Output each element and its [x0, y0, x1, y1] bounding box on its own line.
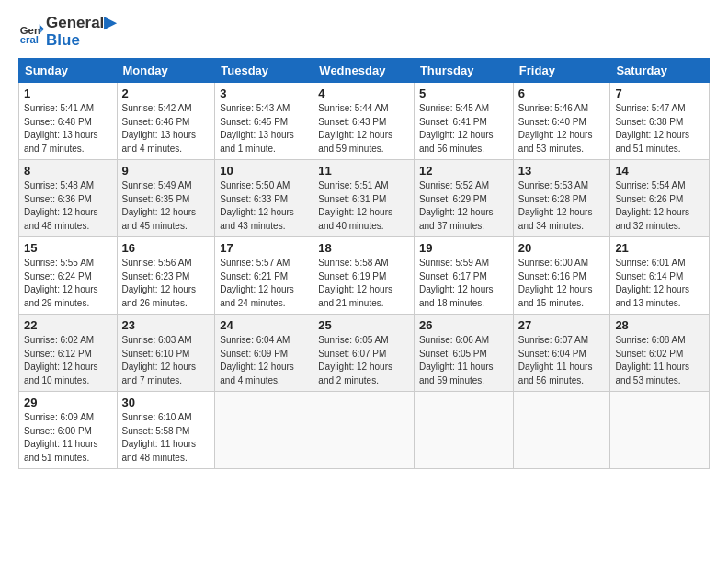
day-number: 12	[419, 164, 508, 178]
day-detail: Sunrise: 6:02 AM Sunset: 6:12 PM Dayligh…	[24, 334, 112, 387]
calendar-day-cell: 13Sunrise: 5:53 AM Sunset: 6:28 PM Dayli…	[513, 160, 610, 237]
day-number: 25	[318, 318, 409, 332]
calendar-day-cell: 21Sunrise: 6:01 AM Sunset: 6:14 PM Dayli…	[610, 237, 710, 315]
day-detail: Sunrise: 5:43 AM Sunset: 6:45 PM Dayligh…	[220, 102, 308, 155]
day-number: 9	[122, 164, 210, 178]
day-detail: Sunrise: 5:52 AM Sunset: 6:29 PM Dayligh…	[419, 179, 508, 233]
day-detail: Sunrise: 5:41 AM Sunset: 6:48 PM Dayligh…	[24, 102, 112, 155]
calendar-day-cell: 26Sunrise: 6:06 AM Sunset: 6:05 PM Dayli…	[414, 315, 513, 392]
day-detail: Sunrise: 5:59 AM Sunset: 6:17 PM Dayligh…	[419, 257, 508, 310]
day-detail: Sunrise: 5:51 AM Sunset: 6:31 PM Dayligh…	[318, 179, 409, 233]
day-number: 19	[419, 241, 508, 255]
day-detail: Sunrise: 5:58 AM Sunset: 6:19 PM Dayligh…	[318, 257, 409, 310]
day-number: 2	[122, 86, 210, 100]
calendar-day-cell: 27Sunrise: 6:07 AM Sunset: 6:04 PM Dayli…	[513, 315, 610, 392]
calendar-day-cell: 9Sunrise: 5:49 AM Sunset: 6:35 PM Daylig…	[117, 160, 215, 237]
calendar-week-row: 22Sunrise: 6:02 AM Sunset: 6:12 PM Dayli…	[19, 315, 710, 392]
calendar-week-row: 1Sunrise: 5:41 AM Sunset: 6:48 PM Daylig…	[19, 83, 710, 160]
calendar-day-cell: 6Sunrise: 5:46 AM Sunset: 6:40 PM Daylig…	[513, 83, 610, 160]
day-number: 15	[24, 241, 112, 255]
calendar-week-row: 29Sunrise: 6:09 AM Sunset: 6:00 PM Dayli…	[19, 392, 710, 469]
day-number: 13	[518, 164, 606, 178]
day-number: 26	[419, 318, 508, 332]
calendar-day-cell: 16Sunrise: 5:56 AM Sunset: 6:23 PM Dayli…	[117, 237, 215, 315]
day-number: 30	[122, 396, 210, 409]
weekday-header-tuesday: Tuesday	[215, 59, 313, 83]
calendar-day-cell: 10Sunrise: 5:50 AM Sunset: 6:33 PM Dayli…	[215, 160, 313, 237]
calendar-day-cell: 25Sunrise: 6:05 AM Sunset: 6:07 PM Dayli…	[313, 315, 415, 392]
weekday-header-wednesday: Wednesday	[313, 59, 415, 83]
weekday-header-monday: Monday	[117, 59, 215, 83]
day-detail: Sunrise: 6:10 AM Sunset: 5:58 PM Dayligh…	[122, 411, 210, 465]
day-detail: Sunrise: 6:03 AM Sunset: 6:10 PM Dayligh…	[122, 334, 210, 387]
day-number: 11	[318, 164, 409, 178]
weekday-header-sunday: Sunday	[19, 59, 118, 83]
day-number: 27	[518, 318, 606, 332]
day-number: 4	[318, 86, 409, 100]
calendar-page: Gen eral General▶ Blue SundayMondayTuesd…	[0, 0, 728, 563]
logo-icon: Gen eral	[18, 19, 44, 45]
calendar-day-cell: 28Sunrise: 6:08 AM Sunset: 6:02 PM Dayli…	[610, 315, 710, 392]
day-detail: Sunrise: 6:09 AM Sunset: 6:00 PM Dayligh…	[24, 411, 112, 465]
empty-cell	[513, 392, 610, 469]
empty-cell	[215, 392, 313, 469]
weekday-header-saturday: Saturday	[610, 59, 710, 83]
day-detail: Sunrise: 6:00 AM Sunset: 6:16 PM Dayligh…	[518, 257, 606, 310]
calendar-day-cell: 3Sunrise: 5:43 AM Sunset: 6:45 PM Daylig…	[215, 83, 313, 160]
calendar-table: SundayMondayTuesdayWednesdayThursdayFrid…	[18, 58, 710, 469]
calendar-day-cell: 17Sunrise: 5:57 AM Sunset: 6:21 PM Dayli…	[215, 237, 313, 315]
calendar-day-cell: 7Sunrise: 5:47 AM Sunset: 6:38 PM Daylig…	[610, 83, 710, 160]
day-number: 10	[220, 164, 308, 178]
logo-text-line1: General▶	[46, 15, 116, 32]
day-number: 17	[220, 241, 308, 255]
day-detail: Sunrise: 5:55 AM Sunset: 6:24 PM Dayligh…	[24, 257, 112, 310]
day-detail: Sunrise: 6:08 AM Sunset: 6:02 PM Dayligh…	[615, 334, 704, 387]
day-detail: Sunrise: 5:46 AM Sunset: 6:40 PM Dayligh…	[518, 102, 606, 155]
weekday-header-friday: Friday	[513, 59, 610, 83]
day-number: 18	[318, 241, 409, 255]
day-detail: Sunrise: 5:45 AM Sunset: 6:41 PM Dayligh…	[419, 102, 508, 155]
day-detail: Sunrise: 5:47 AM Sunset: 6:38 PM Dayligh…	[615, 102, 704, 155]
day-detail: Sunrise: 6:04 AM Sunset: 6:09 PM Dayligh…	[220, 334, 308, 387]
day-number: 7	[615, 86, 704, 100]
day-number: 21	[615, 241, 704, 255]
empty-cell	[313, 392, 415, 469]
day-number: 29	[24, 396, 112, 409]
calendar-body: 1Sunrise: 5:41 AM Sunset: 6:48 PM Daylig…	[19, 83, 710, 469]
day-detail: Sunrise: 5:53 AM Sunset: 6:28 PM Dayligh…	[518, 179, 606, 233]
calendar-day-cell: 19Sunrise: 5:59 AM Sunset: 6:17 PM Dayli…	[414, 237, 513, 315]
calendar-day-cell: 18Sunrise: 5:58 AM Sunset: 6:19 PM Dayli…	[313, 237, 415, 315]
empty-cell	[414, 392, 513, 469]
weekday-header-row: SundayMondayTuesdayWednesdayThursdayFrid…	[19, 59, 710, 83]
day-detail: Sunrise: 5:57 AM Sunset: 6:21 PM Dayligh…	[220, 257, 308, 310]
day-detail: Sunrise: 5:42 AM Sunset: 6:46 PM Dayligh…	[122, 102, 210, 155]
calendar-day-cell: 20Sunrise: 6:00 AM Sunset: 6:16 PM Dayli…	[513, 237, 610, 315]
day-detail: Sunrise: 6:06 AM Sunset: 6:05 PM Dayligh…	[419, 334, 508, 387]
calendar-day-cell: 24Sunrise: 6:04 AM Sunset: 6:09 PM Dayli…	[215, 315, 313, 392]
day-number: 22	[24, 318, 112, 332]
day-number: 20	[518, 241, 606, 255]
day-detail: Sunrise: 6:05 AM Sunset: 6:07 PM Dayligh…	[318, 334, 409, 387]
day-detail: Sunrise: 5:48 AM Sunset: 6:36 PM Dayligh…	[24, 179, 112, 233]
calendar-day-cell: 1Sunrise: 5:41 AM Sunset: 6:48 PM Daylig…	[19, 83, 118, 160]
header: Gen eral General▶ Blue	[18, 15, 710, 49]
day-number: 1	[24, 86, 112, 100]
calendar-day-cell: 22Sunrise: 6:02 AM Sunset: 6:12 PM Dayli…	[19, 315, 118, 392]
svg-text:eral: eral	[20, 34, 39, 45]
calendar-week-row: 8Sunrise: 5:48 AM Sunset: 6:36 PM Daylig…	[19, 160, 710, 237]
day-detail: Sunrise: 5:54 AM Sunset: 6:26 PM Dayligh…	[615, 179, 704, 233]
weekday-header-thursday: Thursday	[414, 59, 513, 83]
calendar-day-cell: 8Sunrise: 5:48 AM Sunset: 6:36 PM Daylig…	[19, 160, 118, 237]
day-detail: Sunrise: 5:49 AM Sunset: 6:35 PM Dayligh…	[122, 179, 210, 233]
day-detail: Sunrise: 6:01 AM Sunset: 6:14 PM Dayligh…	[615, 257, 704, 310]
calendar-day-cell: 2Sunrise: 5:42 AM Sunset: 6:46 PM Daylig…	[117, 83, 215, 160]
day-detail: Sunrise: 6:07 AM Sunset: 6:04 PM Dayligh…	[518, 334, 606, 387]
calendar-day-cell: 15Sunrise: 5:55 AM Sunset: 6:24 PM Dayli…	[19, 237, 118, 315]
logo-text-line2: Blue	[46, 32, 116, 50]
day-number: 23	[122, 318, 210, 332]
day-detail: Sunrise: 5:44 AM Sunset: 6:43 PM Dayligh…	[318, 102, 409, 155]
day-detail: Sunrise: 5:56 AM Sunset: 6:23 PM Dayligh…	[122, 257, 210, 310]
calendar-day-cell: 12Sunrise: 5:52 AM Sunset: 6:29 PM Dayli…	[414, 160, 513, 237]
day-detail: Sunrise: 5:50 AM Sunset: 6:33 PM Dayligh…	[220, 179, 308, 233]
day-number: 24	[220, 318, 308, 332]
